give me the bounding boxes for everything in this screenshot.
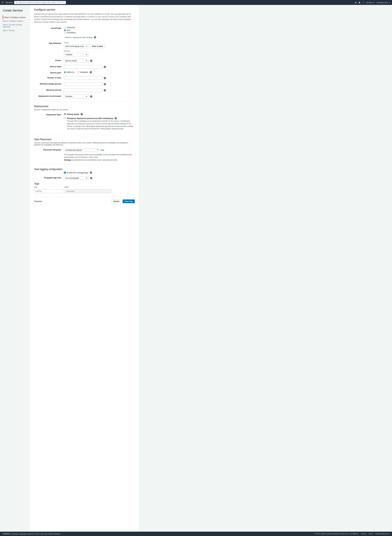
blue-green-item: Blue/green deployment (powered by AWS Co… bbox=[64, 117, 135, 130]
cookie-preferences-link[interactable]: Cookie preferences bbox=[375, 533, 389, 535]
blue-green-radio-label[interactable] bbox=[64, 117, 66, 119]
search-input[interactable] bbox=[19, 1, 57, 4]
launch-type-external-radio[interactable] bbox=[64, 32, 66, 34]
help-icon[interactable]: ⓘ bbox=[363, 1, 364, 4]
launch-type-external[interactable]: EXTERNAL bbox=[64, 32, 135, 34]
max-percent-input[interactable]: 200 bbox=[64, 88, 102, 92]
default-settings-link[interactable]: default settings bbox=[114, 123, 126, 125]
footer-copyright: © 2022, Amazon Internet Services Private… bbox=[314, 533, 359, 535]
cancel-button[interactable]: Cancel bbox=[112, 199, 121, 203]
num-tasks-label: Number of tasks bbox=[34, 76, 64, 79]
max-percent-info-icon[interactable]: i bbox=[104, 89, 106, 91]
circuit-breaker-label: Deployment circuit breaker bbox=[34, 95, 64, 97]
top-nav: ☶ Services 🔍 [Option+S] ▣ 🔔 ⓘ Mumbai ▼ a… bbox=[0, 0, 392, 5]
launch-type-fargate-radio[interactable] bbox=[64, 27, 66, 28]
task-definition-label: Task Definition bbox=[34, 42, 64, 44]
min-healthy-info-icon[interactable]: i bbox=[104, 83, 106, 85]
launch-type-fargate[interactable]: FARGATE bbox=[64, 27, 135, 28]
tags-key-input[interactable] bbox=[34, 189, 64, 193]
tags-value-input[interactable] bbox=[65, 189, 111, 193]
cluster-select[interactable]: alb-ecs-cluster bbox=[64, 59, 89, 62]
service-name-control: alb-ecs-service i bbox=[64, 65, 135, 69]
terminal-icon[interactable]: ▣ bbox=[355, 1, 356, 4]
num-tasks-info-icon[interactable]: i bbox=[104, 77, 106, 79]
propagate-tags-label: Propagate tags from bbox=[34, 176, 64, 179]
search-icon: 🔍 bbox=[15, 1, 18, 4]
next-step-button[interactable]: Next step bbox=[123, 199, 135, 203]
task-tagging-section: Task tagging configuration Enable ECS ma… bbox=[34, 168, 135, 180]
sidebar-step-2[interactable]: Step 2: Configure network bbox=[3, 19, 27, 23]
cluster-row: Cluster alb-ecs-cluster i bbox=[34, 59, 135, 62]
circuit-breaker-control: Disabled Enabled i bbox=[64, 95, 135, 98]
rolling-update-label: Rolling update i bbox=[67, 113, 83, 115]
deployments-desc: Choose a deployment option for the servi… bbox=[34, 109, 135, 111]
launch-type-radio-group: FARGATE EC2 EXTERNAL bbox=[64, 27, 135, 34]
feedback-link[interactable]: Feedback bbox=[3, 533, 10, 535]
placement-edit-btn[interactable]: Edit bbox=[101, 149, 104, 151]
propagate-tags-control: Do not propagate Task Definition Service… bbox=[64, 176, 135, 180]
task-definition-row: Task Definition Family hello-world-djang… bbox=[34, 42, 135, 57]
service-type-daemon-radio[interactable] bbox=[77, 71, 79, 73]
task-definition-control: Family hello-world-django-task Enter a v… bbox=[64, 42, 135, 57]
service-type-control: REPLICA DAEMON i bbox=[64, 71, 135, 73]
service-type-replica[interactable]: REPLICA bbox=[64, 71, 75, 73]
enable-managed-tags-checkbox-label[interactable]: Enable ECS managed tags bbox=[64, 172, 88, 174]
rolling-update-radio[interactable] bbox=[64, 113, 66, 115]
service-type-replica-radio[interactable] bbox=[64, 71, 66, 73]
sidebar-step-4[interactable]: Step 4: Review bbox=[3, 28, 27, 32]
terms-link[interactable]: Terms bbox=[369, 533, 373, 535]
placement-template-select[interactable]: AZ Balanced Spread AZ Balanced BinPack B… bbox=[64, 148, 99, 152]
service-type-daemon[interactable]: DAEMON bbox=[77, 71, 88, 73]
revision-select[interactable]: 4 (latest) bbox=[64, 53, 89, 57]
placement-templates-row: Placement Templates AZ Balanced Spread A… bbox=[34, 148, 135, 161]
placement-learn-more-link[interactable]: Learn more bbox=[89, 156, 98, 158]
sidebar-step-1[interactable]: Step 1: Configure service bbox=[3, 15, 27, 19]
launch-type-ec2[interactable]: EC2 bbox=[64, 29, 135, 31]
enable-managed-tags-row: Enable ECS managed tags i bbox=[34, 171, 135, 174]
cluster-control: alb-ecs-cluster i bbox=[64, 59, 135, 62]
family-sub-label: Family bbox=[64, 42, 135, 44]
service-type-info-icon[interactable]: i bbox=[90, 71, 92, 73]
service-name-info-icon[interactable]: i bbox=[104, 66, 106, 68]
num-tasks-input[interactable]: 2 bbox=[64, 76, 102, 80]
task-tagging-title: Task tagging configuration bbox=[34, 168, 135, 171]
placement-templates-label: Placement Templates bbox=[34, 148, 64, 151]
circuit-breaker-row: Deployment circuit breaker Disabled Enab… bbox=[34, 95, 135, 98]
sidebar-step-3[interactable]: Step 3: Set Auto Scaling (optional) bbox=[3, 23, 27, 28]
rolling-update-item: Rolling update i bbox=[64, 113, 135, 115]
enable-managed-tags-info-icon[interactable]: i bbox=[90, 171, 92, 174]
nav-right: ▣ 🔔 ⓘ Mumbai ▼ ashishgaurd91 ▼ bbox=[355, 1, 390, 4]
unified-settings-link[interactable]: Unified Settings bbox=[47, 533, 60, 535]
deployment-type-label: Deployment type* bbox=[34, 113, 64, 116]
region-selector[interactable]: Mumbai ▼ bbox=[366, 1, 375, 4]
rolling-update-info-icon[interactable]: i bbox=[81, 113, 83, 115]
blue-green-radio[interactable] bbox=[64, 117, 66, 119]
required-note: *Required bbox=[34, 200, 42, 202]
min-healthy-input[interactable]: 100 bbox=[64, 82, 102, 86]
search-shortcut: [Option+S] bbox=[57, 2, 64, 3]
tags-inputs bbox=[34, 189, 135, 193]
enable-managed-tags-checkbox[interactable] bbox=[64, 172, 66, 174]
switch-capacity-link[interactable]: Switch to capacity provider strategy bbox=[65, 36, 93, 38]
rolling-update-radio-label[interactable] bbox=[64, 113, 66, 115]
bottom-actions: *Required Cancel Next step bbox=[34, 197, 135, 203]
services-nav[interactable]: Services bbox=[5, 1, 13, 4]
circuit-breaker-select[interactable]: Disabled Enabled bbox=[64, 95, 89, 98]
user-menu[interactable]: ashishgaurd91 ▼ bbox=[377, 1, 390, 4]
sidebar: Create Service Step 1: Configure service… bbox=[0, 5, 30, 532]
launch-type-ec2-radio[interactable] bbox=[64, 29, 66, 31]
deployments-section: Deployments Choose a deployment option f… bbox=[34, 105, 135, 131]
enter-value-btn[interactable]: Enter a value bbox=[90, 44, 105, 48]
service-name-input[interactable]: alb-ecs-service bbox=[64, 65, 102, 69]
empty-label-tagging bbox=[34, 171, 64, 172]
bell-icon[interactable]: 🔔 bbox=[358, 1, 360, 4]
propagate-tags-info-icon[interactable]: i bbox=[90, 177, 92, 179]
blue-green-info-icon[interactable]: i bbox=[115, 117, 117, 119]
circuit-breaker-info-icon[interactable]: i bbox=[90, 95, 92, 98]
family-select[interactable]: hello-world-django-task bbox=[64, 44, 89, 48]
switch-capacity-info-icon[interactable]: i bbox=[94, 36, 96, 38]
enable-managed-tags-control: Enable ECS managed tags i bbox=[64, 171, 135, 174]
cluster-info-icon[interactable]: i bbox=[90, 60, 92, 62]
propagate-tags-select[interactable]: Do not propagate Task Definition Service bbox=[64, 176, 89, 180]
privacy-link[interactable]: Privacy bbox=[361, 533, 366, 535]
